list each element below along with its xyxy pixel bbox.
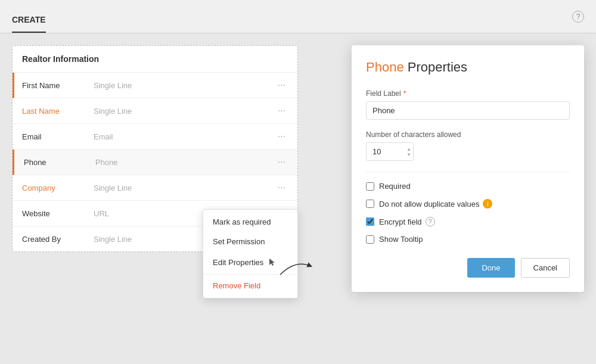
no-duplicate-checkbox-row: Do not allow duplicate values i: [366, 199, 570, 209]
done-button[interactable]: Done: [467, 258, 514, 278]
field-type-phone: Phone: [95, 158, 275, 167]
field-label-label: Field Label *: [366, 89, 570, 98]
tooltip-checkbox-row: Show Tooltip: [366, 235, 570, 244]
row-menu-company[interactable]: ···: [275, 182, 288, 193]
main-area: Realtor Information First Name Single Li…: [0, 33, 596, 364]
field-type-company: Single Line: [94, 183, 275, 192]
cancel-button[interactable]: Cancel: [521, 258, 570, 278]
encrypt-help-icon[interactable]: ?: [426, 217, 435, 226]
table-row[interactable]: First Name Single Line ···: [13, 73, 297, 98]
field-type-last-name: Single Line: [94, 107, 275, 116]
divider: [366, 172, 570, 172]
table-row[interactable]: Company Single Line ···: [13, 175, 297, 201]
num-chars-label: Number of characters allowed: [366, 130, 570, 139]
num-chars-wrap: ▲ ▼: [366, 142, 414, 161]
field-type-first-name: Single Line: [94, 81, 275, 90]
required-star: *: [403, 89, 406, 98]
table-row-phone[interactable]: Phone Phone ···: [13, 150, 297, 175]
encrypt-checkbox-row: Encrypt field ?: [366, 217, 570, 226]
no-duplicate-label: Do not allow duplicate values i: [379, 199, 492, 209]
properties-panel: Phone Properties Field Label * Number of…: [352, 45, 584, 292]
stepper-arrows: ▲ ▼: [406, 147, 411, 157]
context-menu: Mark as required Set Permission Edit Pro…: [203, 209, 298, 298]
panel-title-orange: Phone: [366, 60, 404, 74]
panel-title: Phone Properties: [366, 60, 570, 75]
panel-footer: Done Cancel: [366, 258, 570, 278]
field-label-phone: Phone: [24, 158, 95, 167]
required-label: Required: [379, 182, 411, 191]
context-menu-mark-required[interactable]: Mark as required: [203, 212, 297, 232]
encrypt-label: Encrypt field ?: [379, 217, 435, 226]
no-duplicate-checkbox[interactable]: [366, 200, 374, 208]
panel-title-black: Properties: [404, 60, 467, 74]
help-icon[interactable]: ?: [572, 11, 584, 23]
context-menu-edit-properties[interactable]: Edit Properties: [203, 251, 297, 273]
encrypt-checkbox[interactable]: [366, 217, 374, 226]
tooltip-label: Show Tooltip: [379, 235, 423, 244]
field-type-email: Email: [94, 132, 275, 141]
field-label-last-name: Last Name: [22, 107, 94, 116]
cursor-icon: [267, 257, 278, 267]
field-label-input[interactable]: [366, 101, 570, 120]
tooltip-checkbox[interactable]: [366, 235, 374, 244]
field-label-website: Website: [22, 209, 94, 218]
required-checkbox[interactable]: [366, 182, 374, 191]
field-label-email: Email: [22, 132, 94, 141]
stepper-down[interactable]: ▼: [406, 152, 411, 157]
field-label-created-by: Created By: [22, 235, 94, 244]
table-row[interactable]: Email Email ···: [13, 124, 297, 150]
row-menu-last-name[interactable]: ···: [275, 105, 288, 116]
page-title: CREATE: [12, 15, 46, 33]
field-label-group: Field Label *: [366, 89, 570, 120]
row-menu-first-name[interactable]: ···: [275, 80, 288, 91]
field-label-first-name: First Name: [22, 81, 94, 90]
row-menu-phone[interactable]: ···: [275, 157, 288, 167]
required-checkbox-row: Required: [366, 182, 570, 191]
row-menu-email[interactable]: ···: [275, 131, 288, 142]
context-menu-divider: [203, 274, 297, 275]
num-chars-group: Number of characters allowed ▲ ▼: [366, 130, 570, 161]
table-row[interactable]: Last Name Single Line ···: [13, 98, 297, 124]
section-header: Realtor Information: [13, 46, 297, 73]
context-menu-set-permission[interactable]: Set Permission: [203, 232, 297, 251]
context-menu-remove-field[interactable]: Remove Field: [203, 276, 297, 295]
header: CREATE ?: [0, 0, 596, 33]
field-label-company: Company: [22, 183, 94, 192]
stepper-up[interactable]: ▲: [406, 147, 411, 151]
info-icon[interactable]: i: [483, 199, 492, 209]
